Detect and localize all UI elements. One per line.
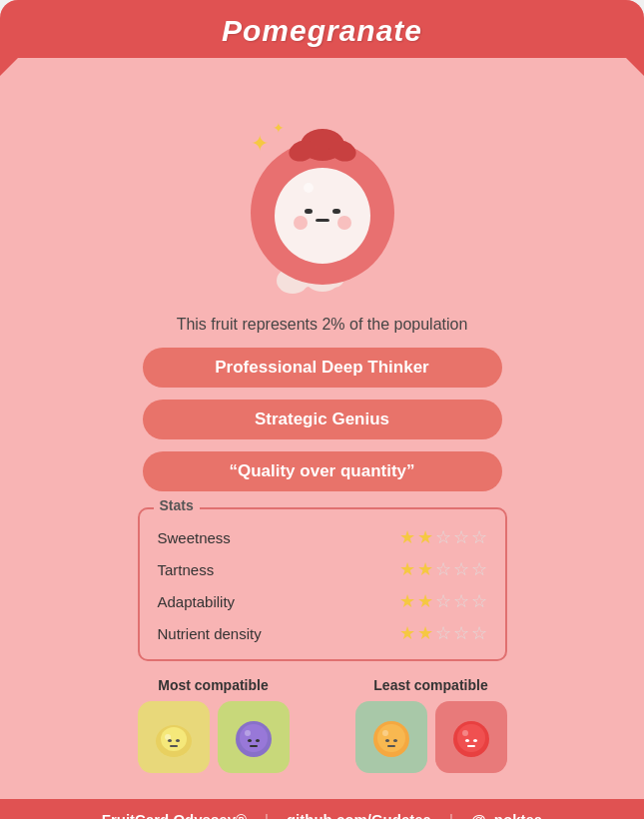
population-text: This fruit represents 2% of the populati…	[177, 316, 468, 334]
trait-pill-1: Strategic Genius	[143, 400, 502, 439]
svg-text:✦: ✦	[273, 120, 285, 136]
stat-name: Tartness	[158, 561, 215, 578]
svg-point-24	[240, 724, 268, 752]
svg-point-37	[462, 730, 468, 736]
star-empty: ☆	[471, 622, 487, 644]
star-empty: ☆	[435, 558, 451, 580]
svg-rect-38	[465, 739, 469, 742]
svg-point-16	[304, 183, 314, 193]
stat-name: Nutrient density	[158, 625, 262, 642]
svg-rect-8	[305, 209, 313, 214]
star-rating: ★★☆☆☆	[399, 590, 487, 612]
star-rating: ★★☆☆☆	[399, 558, 487, 580]
svg-point-7	[275, 168, 370, 264]
star-empty: ☆	[471, 526, 487, 548]
footer-sep-1: |	[265, 811, 269, 819]
star-filled: ★	[399, 622, 415, 644]
mascot-svg: ✦ ✦	[223, 83, 422, 303]
stats-rows: Sweetness★★☆☆☆Tartness★★☆☆☆Adaptability★…	[158, 521, 487, 649]
stats-box: Stats Sweetness★★☆☆☆Tartness★★☆☆☆Adaptab…	[138, 507, 507, 661]
star-empty: ☆	[435, 526, 451, 548]
least-compatible-label: Least compatible	[373, 677, 487, 693]
svg-point-31	[382, 730, 388, 736]
trait-pill-2: “Quality over quantity”	[143, 451, 502, 491]
svg-rect-10	[316, 219, 329, 222]
svg-rect-34	[387, 745, 395, 747]
star-empty: ☆	[453, 590, 469, 612]
star-empty: ☆	[471, 590, 487, 612]
svg-point-12	[337, 216, 351, 230]
star-empty: ☆	[471, 558, 487, 580]
stat-row: Adaptability★★☆☆☆	[158, 585, 487, 617]
most-compatible-group: Most compatible	[138, 677, 290, 773]
fruit-lemon	[138, 701, 210, 773]
star-rating: ★★☆☆☆	[399, 622, 487, 644]
footer-brand: FruitCard Odyssey®	[102, 811, 247, 819]
stat-name: Adaptability	[158, 593, 236, 610]
svg-point-18	[161, 727, 187, 751]
fruit-orange	[355, 701, 427, 773]
most-compatible-fruits	[138, 701, 290, 773]
svg-rect-33	[393, 739, 397, 742]
svg-rect-26	[248, 739, 252, 742]
trait-pill-0: Professional Deep Thinker	[143, 348, 502, 388]
star-filled: ★	[399, 590, 415, 612]
stat-row: Sweetness★★☆☆☆	[158, 521, 487, 553]
mascot-area: ✦ ✦	[213, 78, 432, 308]
svg-point-25	[245, 730, 251, 736]
least-compatible-fruits	[355, 701, 507, 773]
star-empty: ☆	[453, 622, 469, 644]
star-filled: ★	[417, 558, 433, 580]
svg-point-36	[457, 724, 485, 752]
svg-rect-9	[332, 209, 340, 214]
svg-point-11	[294, 216, 308, 230]
svg-rect-40	[467, 745, 475, 747]
compatibility-section: Most compatible	[138, 677, 507, 773]
svg-rect-20	[168, 739, 172, 742]
most-compatible-label: Most compatible	[158, 677, 268, 693]
svg-rect-39	[473, 739, 477, 742]
star-empty: ☆	[453, 558, 469, 580]
star-empty: ☆	[453, 526, 469, 548]
svg-rect-28	[250, 745, 258, 747]
footer-twitter: @_noktea	[471, 811, 542, 819]
fruit-plum	[218, 701, 290, 773]
svg-point-30	[377, 724, 405, 752]
card-body: ✦ ✦	[0, 58, 644, 783]
stat-name: Sweetness	[158, 529, 231, 546]
bottom-ribbon: FruitCard Odyssey® | github.com/Gudetea …	[0, 799, 644, 819]
footer-github: github.com/Gudetea	[287, 811, 431, 819]
svg-rect-22	[170, 745, 178, 747]
star-filled: ★	[417, 590, 433, 612]
star-filled: ★	[399, 558, 415, 580]
card-title: Pomegranate	[222, 14, 422, 47]
star-filled: ★	[417, 622, 433, 644]
star-filled: ★	[417, 526, 433, 548]
svg-rect-32	[385, 739, 389, 742]
footer-sep-2: |	[449, 811, 453, 819]
svg-text:✦: ✦	[251, 131, 269, 156]
svg-rect-21	[176, 739, 180, 742]
star-rating: ★★☆☆☆	[399, 526, 487, 548]
star-empty: ☆	[435, 590, 451, 612]
fruit-apple-red	[435, 701, 507, 773]
star-empty: ☆	[435, 622, 451, 644]
stats-label: Stats	[154, 497, 200, 513]
least-compatible-group: Least compatible	[355, 677, 507, 773]
stat-row: Tartness★★☆☆☆	[158, 553, 487, 585]
stat-row: Nutrient density★★☆☆☆	[158, 617, 487, 649]
card: Pomegranate ✦ ✦	[0, 0, 644, 819]
svg-rect-27	[256, 739, 260, 742]
star-filled: ★	[399, 526, 415, 548]
top-ribbon: Pomegranate	[0, 0, 644, 58]
